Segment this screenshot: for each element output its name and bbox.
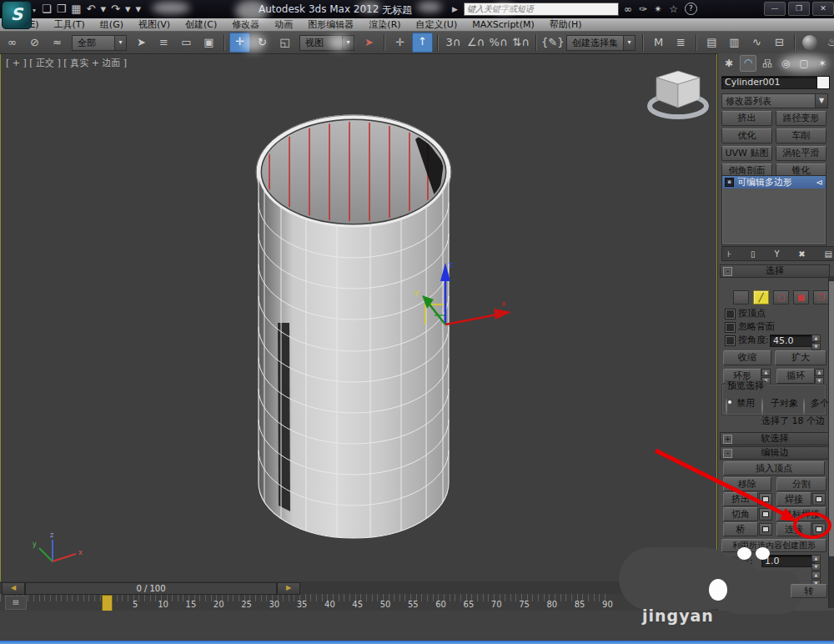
bridge-button[interactable]: 桥	[723, 522, 758, 536]
material-editor-icon[interactable]: ●	[802, 35, 817, 50]
render-setup-icon[interactable]: ♨	[821, 33, 834, 52]
viewport-orthographic[interactable]: [ + ] [ 正交 ] [ 真实 + 边面 ]	[0, 53, 717, 582]
modifier-button[interactable]: 优化	[721, 128, 772, 143]
modifier-button[interactable]: 挤出	[721, 111, 772, 126]
shrink-button[interactable]: 收缩	[723, 350, 771, 365]
menu-item[interactable]: 视图(V)	[131, 18, 178, 31]
unlink-selection-icon[interactable]: ⊘	[24, 33, 45, 52]
viewport-label[interactable]: [ + ] [ 正交 ] [ 真实 + 边面 ]	[6, 57, 127, 69]
app-logo-icon[interactable]: S	[2, 1, 32, 29]
menu-item[interactable]: MAXScript(M)	[465, 18, 542, 31]
angle-spinner[interactable]: ▲▼	[811, 335, 821, 350]
flip-button[interactable]: 转	[791, 584, 827, 598]
menu-item[interactable]: 自定义(U)	[409, 18, 465, 31]
extrude-settings-button[interactable]	[759, 493, 772, 506]
modifier-button[interactable]: UVW 贴图	[721, 146, 772, 161]
expand-icon[interactable]: +	[723, 435, 732, 444]
weight-field[interactable]: 1.0	[761, 555, 815, 567]
menu-item[interactable]: 动画	[267, 18, 300, 31]
make-unique-icon[interactable]: Y	[774, 249, 779, 259]
target-weld-button[interactable]: 目标焊接	[776, 507, 826, 521]
snap-toggle-3d-icon[interactable]: 3∩	[443, 33, 464, 52]
curve-editor-icon[interactable]: ∿	[746, 33, 767, 52]
app-menu-arrow-icon[interactable]: ▾	[33, 7, 36, 14]
open-file-icon[interactable]: ❒	[57, 2, 67, 17]
window-crossing-icon[interactable]: ▣	[198, 33, 219, 52]
menu-item[interactable]: 帮助(H)	[542, 18, 590, 31]
percent-snap-icon[interactable]: %∩	[488, 33, 509, 52]
menu-item[interactable]: 组(G)	[93, 18, 131, 31]
show-end-result-icon[interactable]: ▯	[751, 249, 756, 259]
by-vertex-checkbox[interactable]	[725, 309, 736, 319]
preview-multiple-radio[interactable]	[803, 398, 805, 415]
layer-manager-icon[interactable]: ▤	[701, 33, 722, 52]
tab-hierarchy[interactable]: 品	[760, 56, 775, 71]
weld-settings-button[interactable]	[812, 493, 826, 506]
menu-item[interactable]: 创建(C)	[178, 18, 224, 31]
by-angle-checkbox[interactable]	[725, 335, 736, 346]
redo-dropdown-arrow-icon[interactable]: ▾	[125, 2, 131, 17]
open-mini-trackbar-icon[interactable]: ▤	[5, 596, 27, 610]
object-color-swatch[interactable]	[816, 76, 830, 89]
stack-item-editable-poly[interactable]: ▪ 可编辑多边形 ⊲	[722, 176, 826, 189]
redo-icon[interactable]: ↷	[111, 2, 120, 17]
selection-filter-dropdown[interactable]: 全部▾	[72, 35, 127, 51]
select-by-name-icon[interactable]: ≡	[153, 33, 174, 52]
favorites-star-icon[interactable]: ☆	[669, 3, 678, 16]
panel-scrollbar-thumb[interactable]	[828, 280, 834, 557]
select-and-scale-icon[interactable]: ◱	[274, 33, 295, 52]
undo-icon[interactable]: ↶	[87, 2, 96, 17]
search-input[interactable]	[464, 3, 619, 16]
help-icon[interactable]: ?	[685, 3, 697, 15]
rectangular-selection-region-icon[interactable]: ▭	[176, 33, 197, 52]
chamfer-button[interactable]: 切角	[723, 507, 758, 521]
pin-stack-icon[interactable]: ⊦	[727, 249, 731, 259]
menu-item[interactable]: 图形编辑器	[300, 18, 361, 31]
ribbon-toggle-icon[interactable]: ▥	[724, 33, 745, 52]
tab-modify[interactable]: ◠	[740, 55, 756, 72]
grow-button[interactable]: 扩大	[775, 350, 826, 365]
preview-subobj-radio[interactable]	[761, 398, 763, 415]
modifier-stack[interactable]: ▪ 可编辑多边形 ⊲	[721, 175, 826, 245]
remove-modifier-icon[interactable]: ✖	[798, 249, 805, 259]
angle-value-field[interactable]: 45.0	[770, 335, 815, 347]
communication-center-icon[interactable]: ✴	[654, 3, 662, 16]
viewcube[interactable]	[650, 71, 706, 117]
mirror-icon[interactable]: M	[648, 33, 669, 52]
named-selection-sets-icon[interactable]: {✎}	[541, 33, 562, 52]
object-name-field[interactable]: Cylinder001	[721, 76, 818, 89]
save-file-icon[interactable]: ▦	[71, 2, 81, 17]
connect-button[interactable]: 连接	[776, 522, 811, 536]
collapse-icon[interactable]: -	[723, 449, 732, 458]
menu-item[interactable]: 工具(T)	[47, 18, 93, 31]
rollout-selection[interactable]: - 选择	[720, 264, 830, 278]
ignore-backfacing-checkbox[interactable]	[725, 322, 736, 333]
time-slider-marker[interactable]	[102, 595, 113, 611]
collapse-icon[interactable]: -	[723, 267, 732, 276]
weld-button[interactable]: 焊接	[776, 492, 811, 506]
extrude-button[interactable]: 挤出	[723, 492, 758, 506]
tab-create[interactable]: ✱	[721, 56, 736, 71]
named-selection-dropdown[interactable]: 创建选择集▾	[566, 35, 636, 51]
select-and-manipulate-icon[interactable]: ✛	[389, 33, 410, 52]
remove-button[interactable]: 移除	[723, 477, 771, 491]
undo-dropdown-arrow-icon[interactable]: ▾	[101, 2, 107, 17]
search-flyout-arrow-icon[interactable]: ▶	[452, 5, 458, 13]
modifier-button[interactable]: 路径变形	[776, 111, 826, 126]
modifier-list-dropdown[interactable]: 修改器列表 ▼	[721, 93, 828, 108]
spinner-snap-icon[interactable]: ⇅∩	[510, 33, 531, 52]
maximize-button[interactable]: ❐	[788, 2, 810, 16]
use-pivot-center-icon[interactable]: ➤	[359, 33, 379, 52]
loop-button[interactable]: 循环	[776, 369, 815, 384]
connect-settings-button[interactable]	[812, 523, 826, 536]
new-file-icon[interactable]: ❏	[42, 2, 52, 17]
next-frame-button[interactable]: ▶	[277, 582, 300, 595]
modifier-button[interactable]: 涡轮平滑	[776, 146, 826, 161]
bind-to-space-warp-icon[interactable]: ≈	[47, 33, 68, 52]
menu-item[interactable]: 渲染(R)	[361, 18, 408, 31]
rollout-edit-edges[interactable]: - 编辑边	[720, 446, 830, 460]
bridge-settings-button[interactable]	[759, 523, 772, 536]
minimize-button[interactable]: —	[764, 2, 786, 16]
schematic-view-icon[interactable]: ⊟	[769, 33, 790, 52]
show-end-result-arrow-icon[interactable]: ⊲	[816, 178, 823, 187]
